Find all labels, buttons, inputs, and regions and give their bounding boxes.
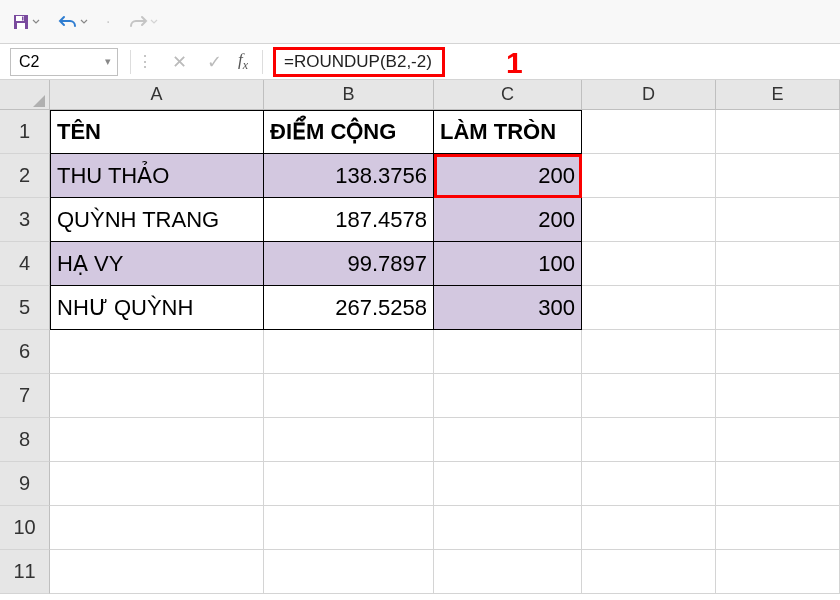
cell-c6[interactable] [434, 330, 582, 374]
cell-a4[interactable]: HẠ VY [50, 242, 264, 286]
row-header-10[interactable]: 10 [0, 506, 50, 550]
cell-c1[interactable]: LÀM TRÒN [434, 110, 582, 154]
svg-rect-2 [17, 23, 25, 29]
cell-d10[interactable] [582, 506, 716, 550]
cell-b2[interactable]: 138.3756 [264, 154, 434, 198]
cell-b11[interactable] [264, 550, 434, 594]
cell-e7[interactable] [716, 374, 840, 418]
spreadsheet-grid[interactable]: A B C D E 1 TÊN ĐIỂM CỘNG LÀM TRÒN 2 THU… [0, 80, 840, 594]
cell-d8[interactable] [582, 418, 716, 462]
redo-button[interactable] [128, 14, 158, 30]
separator [130, 50, 131, 74]
formula-input[interactable]: =ROUNDUP(B2,-2) [273, 47, 445, 77]
name-box-value: C2 [19, 53, 39, 71]
cell-e10[interactable] [716, 506, 840, 550]
cell-a1[interactable]: TÊN [50, 110, 264, 154]
cell-c2[interactable]: 200 [434, 154, 582, 198]
cell-a10[interactable] [50, 506, 264, 550]
cell-b9[interactable] [264, 462, 434, 506]
fx-icon[interactable]: fx [238, 50, 248, 73]
cell-a6[interactable] [50, 330, 264, 374]
cell-c10[interactable] [434, 506, 582, 550]
row-header-9[interactable]: 9 [0, 462, 50, 506]
cell-a5[interactable]: NHƯ QUỲNH [50, 286, 264, 330]
cell-d6[interactable] [582, 330, 716, 374]
row-header-2[interactable]: 2 [0, 154, 50, 198]
cell-c7[interactable] [434, 374, 582, 418]
cell-e6[interactable] [716, 330, 840, 374]
cell-a8[interactable] [50, 418, 264, 462]
cell-a3[interactable]: QUỲNH TRANG [50, 198, 264, 242]
cell-b1[interactable]: ĐIỂM CỘNG [264, 110, 434, 154]
name-box[interactable]: C2 ▾ [10, 48, 118, 76]
cell-c4[interactable]: 100 [434, 242, 582, 286]
undo-icon [58, 14, 78, 30]
cell-d5[interactable] [582, 286, 716, 330]
cell-e1[interactable] [716, 110, 840, 154]
cell-a7[interactable] [50, 374, 264, 418]
chevron-down-icon [80, 18, 88, 26]
cell-a2[interactable]: THU THẢO [50, 154, 264, 198]
chevron-down-icon [32, 18, 40, 26]
cell-e3[interactable] [716, 198, 840, 242]
cell-b6[interactable] [264, 330, 434, 374]
cell-c11[interactable] [434, 550, 582, 594]
chevron-down-icon [150, 18, 158, 26]
undo-button[interactable] [58, 14, 88, 30]
cell-d3[interactable] [582, 198, 716, 242]
cell-b7[interactable] [264, 374, 434, 418]
row-header-5[interactable]: 5 [0, 286, 50, 330]
cell-d4[interactable] [582, 242, 716, 286]
cell-d7[interactable] [582, 374, 716, 418]
drag-handle-icon: ⋮ [137, 52, 154, 71]
toolbar-separator: · [106, 13, 110, 31]
cell-d11[interactable] [582, 550, 716, 594]
cell-e11[interactable] [716, 550, 840, 594]
col-header-b[interactable]: B [264, 80, 434, 110]
quick-access-toolbar: · [0, 0, 840, 44]
svg-rect-3 [22, 16, 24, 20]
cell-d9[interactable] [582, 462, 716, 506]
cancel-icon[interactable]: ✕ [172, 51, 187, 73]
chevron-down-icon[interactable]: ▾ [105, 55, 111, 68]
cell-e9[interactable] [716, 462, 840, 506]
cell-e2[interactable] [716, 154, 840, 198]
cell-a9[interactable] [50, 462, 264, 506]
cell-c9[interactable] [434, 462, 582, 506]
row-header-3[interactable]: 3 [0, 198, 50, 242]
cell-b10[interactable] [264, 506, 434, 550]
enter-icon[interactable]: ✓ [207, 51, 222, 73]
row-header-7[interactable]: 7 [0, 374, 50, 418]
cell-c3[interactable]: 200 [434, 198, 582, 242]
col-header-d[interactable]: D [582, 80, 716, 110]
cell-c5[interactable]: 300 [434, 286, 582, 330]
cell-e5[interactable] [716, 286, 840, 330]
redo-icon [128, 14, 148, 30]
separator [262, 50, 263, 74]
cell-b4[interactable]: 99.7897 [264, 242, 434, 286]
row-header-8[interactable]: 8 [0, 418, 50, 462]
annotation-1: 1 [506, 46, 523, 80]
cell-e8[interactable] [716, 418, 840, 462]
row-header-1[interactable]: 1 [0, 110, 50, 154]
cell-b8[interactable] [264, 418, 434, 462]
formula-bar: C2 ▾ ⋮ ✕ ✓ fx =ROUNDUP(B2,-2) [0, 44, 840, 80]
col-header-e[interactable]: E [716, 80, 840, 110]
cell-b5[interactable]: 267.5258 [264, 286, 434, 330]
cell-d1[interactable] [582, 110, 716, 154]
cell-c8[interactable] [434, 418, 582, 462]
select-all-corner[interactable] [0, 80, 50, 110]
col-header-c[interactable]: C [434, 80, 582, 110]
save-icon [12, 13, 30, 31]
cell-b3[interactable]: 187.4578 [264, 198, 434, 242]
cell-d2[interactable] [582, 154, 716, 198]
row-header-6[interactable]: 6 [0, 330, 50, 374]
row-header-11[interactable]: 11 [0, 550, 50, 594]
save-button[interactable] [12, 13, 40, 31]
row-header-4[interactable]: 4 [0, 242, 50, 286]
cell-a11[interactable] [50, 550, 264, 594]
col-header-a[interactable]: A [50, 80, 264, 110]
cell-e4[interactable] [716, 242, 840, 286]
formula-text: =ROUNDUP(B2,-2) [284, 52, 432, 72]
